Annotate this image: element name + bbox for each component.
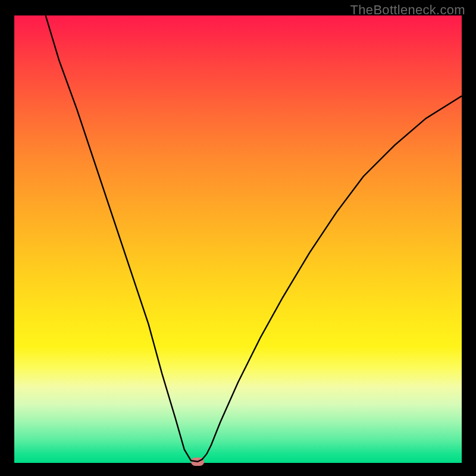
chart-frame: TheBottleneck.com: [0, 0, 476, 476]
watermark-text: TheBottleneck.com: [350, 2, 465, 18]
curve-path: [46, 15, 462, 462]
bottleneck-curve: [14, 15, 462, 463]
